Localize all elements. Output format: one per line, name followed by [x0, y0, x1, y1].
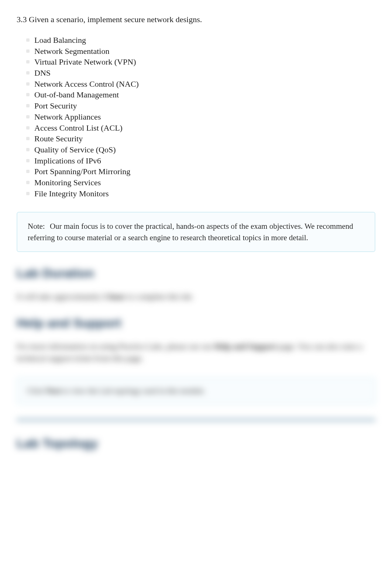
list-item: Access Control List (ACL): [26, 123, 375, 134]
note-callout: Note: Our main focus is to cover the pra…: [17, 212, 375, 252]
help-support-heading: Help and Support: [17, 316, 375, 330]
duration-bold: 1 hour: [103, 292, 125, 301]
list-item: Network Appliances: [26, 111, 375, 123]
list-item: Network Segmentation: [26, 46, 375, 57]
list-item: Virtual Private Network (VPN): [26, 56, 375, 68]
duration-text: It will take approximately 1 hour to com…: [17, 291, 375, 303]
cta-bold: Next: [46, 386, 61, 395]
bullet-list: Load Balancing Network Segmentation Virt…: [17, 35, 375, 199]
list-item: Route Security: [26, 133, 375, 144]
cta-pre: Click: [27, 386, 46, 395]
help-post: page. You can also raise a technical sup…: [17, 342, 362, 363]
list-item: Implications of IPv6: [26, 155, 375, 166]
duration-pre: It will take approximately: [17, 292, 103, 301]
lab-topology-heading: Lab Topology: [17, 436, 375, 451]
section-intro: 3.3 Given a scenario, implement secure n…: [17, 15, 375, 24]
lab-duration-heading: Lab Duration: [17, 266, 375, 280]
list-item: Network Access Control (NAC): [26, 79, 375, 90]
cta-post: to view the Lab topology used in this mo…: [61, 386, 206, 395]
blurred-preview: Lab Duration It will take approximately …: [17, 266, 375, 451]
list-item: File Integrity Monitors: [26, 188, 375, 199]
note-text: Our main focus is to cover the practical…: [28, 222, 353, 242]
duration-post: to complete this lab.: [125, 292, 193, 301]
help-bold: Help and Support: [214, 342, 277, 351]
spacer: [17, 461, 375, 564]
help-text: For more information on using Practice L…: [17, 341, 375, 364]
section-divider: [17, 419, 375, 421]
list-item: Monitoring Services: [26, 177, 375, 188]
list-item: Quality of Service (QoS): [26, 144, 375, 155]
list-item: Load Balancing: [26, 35, 375, 46]
list-item: Port Security: [26, 100, 375, 111]
list-item: Out-of-band Management: [26, 89, 375, 100]
next-callout: Click Next to view the Lab topology used…: [17, 377, 375, 404]
list-item: Port Spanning/Port Mirroring: [26, 166, 375, 177]
note-label: Note:: [28, 222, 45, 231]
list-item: DNS: [26, 68, 375, 79]
help-pre: For more information on using Practice L…: [17, 342, 214, 351]
